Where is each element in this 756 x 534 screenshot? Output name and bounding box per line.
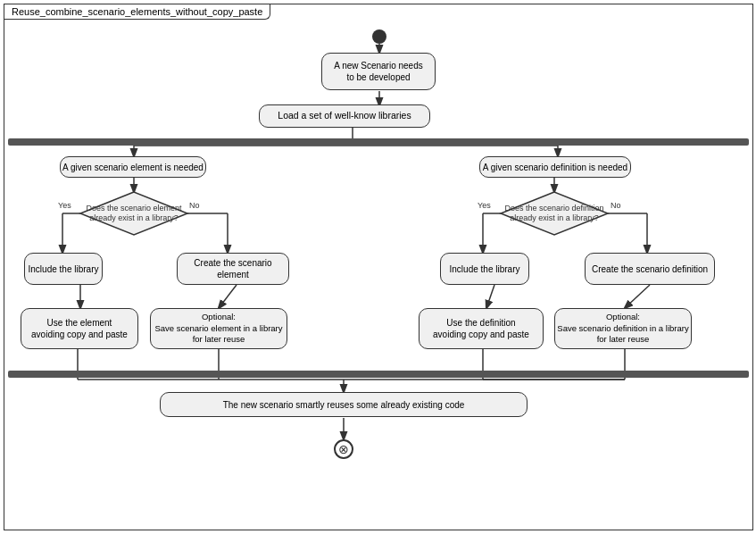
def-needed-label: A given scenario definition is needed xyxy=(483,162,627,173)
node-include-lib1: Include the library xyxy=(24,253,103,285)
elem-needed-label: A given scenario element is needed xyxy=(62,162,204,173)
svg-line-21 xyxy=(625,285,650,308)
node-optional-elem: Optional: Save scenario element in a lib… xyxy=(150,308,287,349)
new-scenario-label: A new Scenario needs to be developed xyxy=(334,60,423,83)
svg-text:Does the scenario definition: Does the scenario definition xyxy=(504,204,603,213)
node-def-needed: A given scenario definition is needed xyxy=(479,156,631,178)
svg-text:No: No xyxy=(189,201,200,210)
optional-elem-label: Optional: Save scenario element in a lib… xyxy=(154,312,282,345)
node-create-elem: Create the scenario element xyxy=(177,253,289,285)
svg-text:already exist in a library?: already exist in a library? xyxy=(89,213,179,222)
use-def-label: Use the definition avoiding copy and pas… xyxy=(433,317,529,340)
diagram-container: Reuse_combine_scenario_elements_without_… xyxy=(4,4,753,530)
svg-text:Yes: Yes xyxy=(478,201,491,210)
end-node: ⊗ xyxy=(334,439,353,459)
node-use-elem: Use the element avoiding copy and paste xyxy=(21,308,138,349)
start-node xyxy=(372,29,386,44)
include-lib2-label: Include the library xyxy=(450,263,520,275)
svg-marker-9 xyxy=(501,192,608,235)
node-use-def: Use the definition avoiding copy and pas… xyxy=(419,308,544,349)
reuses-code-label: The new scenario smartly reuses some alr… xyxy=(223,399,465,411)
optional-def-label: Optional: Save scenario definition in a … xyxy=(557,312,688,345)
svg-text:Does the scenario element: Does the scenario element xyxy=(86,204,182,213)
use-elem-label: Use the element avoiding copy and paste xyxy=(31,317,128,340)
svg-text:No: No xyxy=(611,201,621,210)
include-lib1-label: Include the library xyxy=(29,263,99,275)
svg-text:already exist in a library?: already exist in a library? xyxy=(510,213,599,222)
swimlane-bar-2 xyxy=(8,371,749,378)
svg-text:Yes: Yes xyxy=(58,201,71,210)
node-new-scenario: A new Scenario needs to be developed xyxy=(321,53,436,90)
create-def-label: Create the scenario definition xyxy=(592,263,708,275)
svg-marker-8 xyxy=(80,192,187,235)
swimlane-bar-1 xyxy=(8,138,749,146)
node-elem-needed: A given scenario element is needed xyxy=(60,156,206,178)
diagram-title: Reuse_combine_scenario_elements_without_… xyxy=(4,4,270,20)
svg-line-19 xyxy=(219,285,237,308)
node-reuses-code: The new scenario smartly reuses some alr… xyxy=(160,392,528,417)
node-include-lib2: Include the library xyxy=(440,253,529,285)
svg-line-20 xyxy=(486,285,494,308)
node-create-def: Create the scenario definition xyxy=(585,253,715,285)
node-optional-def: Optional: Save scenario definition in a … xyxy=(554,308,692,349)
create-elem-label: Create the scenario element xyxy=(178,257,288,280)
node-load-libraries: Load a set of well-know libraries xyxy=(259,104,430,128)
load-libraries-label: Load a set of well-know libraries xyxy=(278,110,411,122)
